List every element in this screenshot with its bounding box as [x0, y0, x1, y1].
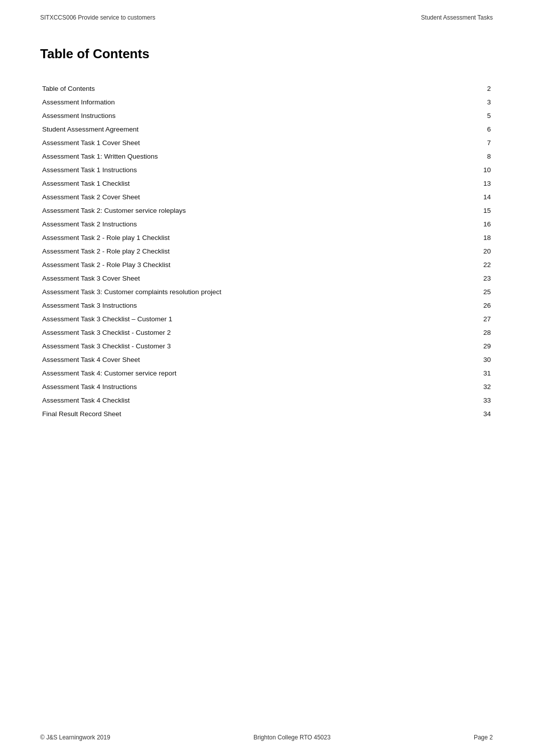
page-title: Table of Contents: [40, 46, 493, 62]
toc-label: Assessment Task 2 - Role Play 3 Checklis…: [40, 258, 425, 272]
toc-label: Assessment Task 2: Customer service role…: [40, 204, 425, 217]
footer-right: Page 2: [474, 734, 493, 741]
toc-page-number: 14: [425, 190, 493, 204]
toc-page-number: 16: [425, 217, 493, 231]
footer-left: © J&S Learningwork 2019: [40, 734, 110, 741]
toc-page-number: 20: [425, 244, 493, 258]
toc-row: Assessment Information3: [40, 95, 493, 109]
toc-page-number: 30: [425, 353, 493, 366]
toc-label: Student Assessment Agreement: [40, 122, 425, 136]
toc-row: Assessment Task 2 Instructions16: [40, 217, 493, 231]
toc-page-number: 2: [425, 82, 493, 95]
toc-page-number: 18: [425, 231, 493, 244]
toc-page-number: 6: [425, 122, 493, 136]
toc-row: Table of Contents2: [40, 82, 493, 95]
toc-label: Table of Contents: [40, 82, 425, 95]
toc-label: Assessment Task 2 Cover Sheet: [40, 190, 425, 204]
toc-page-number: 31: [425, 366, 493, 380]
toc-label: Assessment Task 4: Customer service repo…: [40, 366, 425, 380]
toc-row: Assessment Task 3 Cover Sheet23: [40, 272, 493, 285]
toc-label: Assessment Task 2 Instructions: [40, 217, 425, 231]
toc-label: Assessment Task 3 Instructions: [40, 299, 425, 312]
toc-row: Assessment Task 4 Cover Sheet30: [40, 353, 493, 366]
toc-label: Assessment Task 3 Checklist - Customer 3: [40, 339, 425, 353]
toc-row: Assessment Task 4 Instructions32: [40, 380, 493, 394]
toc-row: Assessment Task 2 - Role play 2 Checklis…: [40, 244, 493, 258]
toc-page-number: 3: [425, 95, 493, 109]
toc-row: Assessment Task 2: Customer service role…: [40, 204, 493, 217]
page-content: Table of Contents Table of Contents2Asse…: [0, 26, 533, 451]
header-left: SITXCCS006 Provide service to customers: [40, 14, 155, 21]
toc-row: Student Assessment Agreement6: [40, 122, 493, 136]
toc-label: Assessment Task 1 Checklist: [40, 177, 425, 190]
toc-page-number: 10: [425, 163, 493, 177]
header-right: Student Assessment Tasks: [421, 14, 493, 21]
toc-page-number: 8: [425, 150, 493, 163]
toc-label: Assessment Instructions: [40, 109, 425, 122]
toc-page-number: 27: [425, 312, 493, 326]
toc-label: Assessment Task 4 Instructions: [40, 380, 425, 394]
toc-page-number: 33: [425, 394, 493, 407]
toc-page-number: 5: [425, 109, 493, 122]
toc-row: Assessment Task 2 - Role play 1 Checklis…: [40, 231, 493, 244]
toc-row: Assessment Task 2 Cover Sheet14: [40, 190, 493, 204]
toc-label: Assessment Task 1: Written Questions: [40, 150, 425, 163]
toc-page-number: 7: [425, 136, 493, 150]
toc-row: Assessment Task 3 Checklist - Customer 2…: [40, 326, 493, 339]
toc-row: Assessment Instructions5: [40, 109, 493, 122]
toc-page-number: 22: [425, 258, 493, 272]
toc-label: Assessment Task 2 - Role play 2 Checklis…: [40, 244, 425, 258]
toc-page-number: 34: [425, 407, 493, 421]
toc-row: Assessment Task 1: Written Questions8: [40, 150, 493, 163]
toc-row: Assessment Task 4 Checklist33: [40, 394, 493, 407]
toc-label: Assessment Information: [40, 95, 425, 109]
toc-page-number: 32: [425, 380, 493, 394]
toc-row: Assessment Task 4: Customer service repo…: [40, 366, 493, 380]
toc-page-number: 28: [425, 326, 493, 339]
toc-page-number: 26: [425, 299, 493, 312]
toc-row: Assessment Task 1 Cover Sheet7: [40, 136, 493, 150]
toc-label: Assessment Task 3 Checklist – Customer 1: [40, 312, 425, 326]
toc-row: Assessment Task 1 Instructions10: [40, 163, 493, 177]
toc-row: Assessment Task 3 Checklist – Customer 1…: [40, 312, 493, 326]
toc-page-number: 15: [425, 204, 493, 217]
toc-label: Assessment Task 3: Customer complaints r…: [40, 285, 425, 299]
toc-page-number: 29: [425, 339, 493, 353]
toc-label: Assessment Task 3 Checklist - Customer 2: [40, 326, 425, 339]
toc-row: Assessment Task 3 Checklist - Customer 3…: [40, 339, 493, 353]
page-header: SITXCCS006 Provide service to customers …: [0, 0, 533, 26]
toc-row: Assessment Task 2 - Role Play 3 Checklis…: [40, 258, 493, 272]
page-footer: © J&S Learningwork 2019 Brighton College…: [0, 734, 533, 741]
toc-row: Assessment Task 3: Customer complaints r…: [40, 285, 493, 299]
page: SITXCCS006 Provide service to customers …: [0, 0, 533, 756]
toc-label: Assessment Task 2 - Role play 1 Checklis…: [40, 231, 425, 244]
toc-label: Final Result Record Sheet: [40, 407, 425, 421]
toc-label: Assessment Task 4 Cover Sheet: [40, 353, 425, 366]
toc-page-number: 23: [425, 272, 493, 285]
toc-page-number: 25: [425, 285, 493, 299]
toc-label: Assessment Task 3 Cover Sheet: [40, 272, 425, 285]
toc-label: Assessment Task 4 Checklist: [40, 394, 425, 407]
toc-row: Assessment Task 3 Instructions26: [40, 299, 493, 312]
toc-row: Final Result Record Sheet34: [40, 407, 493, 421]
toc-label: Assessment Task 1 Cover Sheet: [40, 136, 425, 150]
toc-page-number: 13: [425, 177, 493, 190]
toc-label: Assessment Task 1 Instructions: [40, 163, 425, 177]
footer-center: Brighton College RTO 45023: [253, 734, 331, 741]
toc-row: Assessment Task 1 Checklist13: [40, 177, 493, 190]
toc-table: Table of Contents2Assessment Information…: [40, 82, 493, 421]
